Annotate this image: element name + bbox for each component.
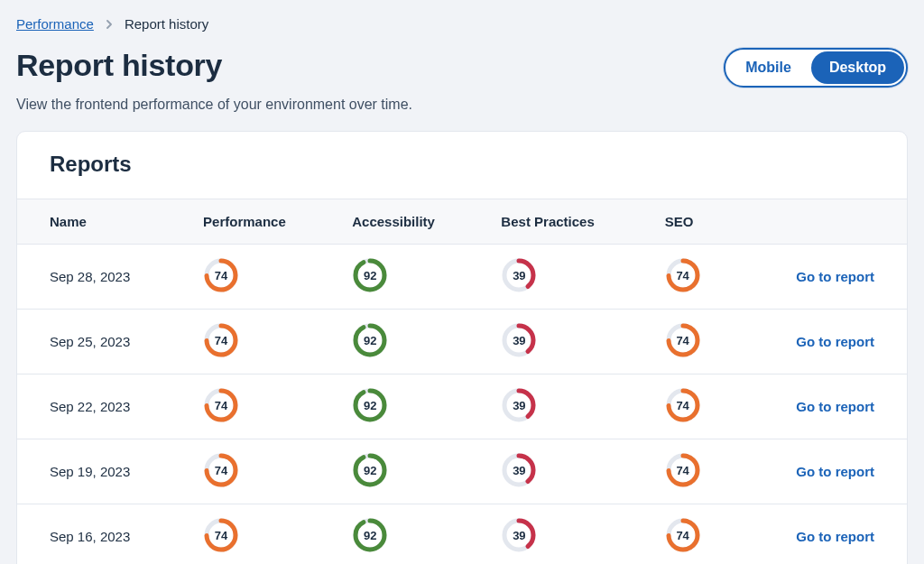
breadcrumb-current: Report history (125, 16, 208, 32)
cell-date: Sep 16, 2023 (17, 504, 190, 565)
breadcrumb: Performance Report history (16, 16, 908, 32)
page-subtitle: View the frontend performance of your en… (16, 97, 908, 113)
score-value: 74 (665, 387, 701, 423)
seo-score-donut: 74 (665, 452, 701, 488)
score-value: 39 (501, 387, 537, 423)
seo-score-donut: 74 (665, 517, 701, 553)
best-practices-score-donut: 39 (501, 517, 537, 553)
best-practices-score-donut: 39 (501, 387, 537, 423)
seo-score-donut: 74 (665, 387, 701, 423)
cell-performance: 74 (190, 504, 339, 565)
cell-accessibility: 92 (339, 439, 488, 504)
cell-best-practices: 39 (488, 439, 651, 504)
cell-performance: 74 (190, 310, 339, 374)
score-value: 39 (501, 322, 537, 358)
cell-action: Go to report (736, 310, 907, 374)
table-row: Sep 22, 2023 74 92 39 74 Go to re (17, 374, 907, 439)
col-performance: Performance (190, 199, 339, 245)
cell-best-practices: 39 (488, 310, 651, 374)
accessibility-score-donut: 92 (352, 452, 388, 488)
cell-seo: 74 (652, 374, 737, 439)
cell-seo: 74 (652, 245, 737, 310)
performance-score-donut: 74 (203, 322, 239, 358)
accessibility-score-donut: 92 (352, 387, 388, 423)
performance-score-donut: 74 (203, 517, 239, 553)
col-name: Name (17, 199, 190, 245)
score-value: 74 (665, 322, 701, 358)
col-best-practices: Best Practices (488, 199, 651, 245)
cell-performance: 74 (190, 439, 339, 504)
go-to-report-link[interactable]: Go to report (796, 464, 874, 479)
device-toggle: Mobile Desktop (724, 48, 908, 88)
score-value: 74 (665, 257, 701, 293)
table-row: Sep 28, 2023 74 92 39 74 Go to re (17, 245, 907, 310)
cell-best-practices: 39 (488, 504, 651, 565)
breadcrumb-root-link[interactable]: Performance (16, 16, 94, 32)
col-accessibility: Accessibility (339, 199, 488, 245)
best-practices-score-donut: 39 (501, 452, 537, 488)
chevron-right-icon (105, 20, 114, 29)
score-value: 92 (352, 517, 388, 553)
cell-accessibility: 92 (339, 374, 488, 439)
col-seo: SEO (652, 199, 737, 245)
score-value: 74 (665, 517, 701, 553)
score-value: 74 (203, 257, 239, 293)
best-practices-score-donut: 39 (501, 322, 537, 358)
cell-seo: 74 (652, 439, 737, 504)
table-row: Sep 25, 2023 74 92 39 74 Go to re (17, 310, 907, 374)
score-value: 92 (352, 322, 388, 358)
cell-accessibility: 92 (339, 310, 488, 374)
go-to-report-link[interactable]: Go to report (796, 269, 874, 284)
score-value: 39 (501, 257, 537, 293)
table-row: Sep 16, 2023 74 92 39 74 Go to re (17, 504, 907, 565)
score-value: 74 (203, 387, 239, 423)
cell-date: Sep 22, 2023 (17, 374, 190, 439)
cell-action: Go to report (736, 439, 907, 504)
accessibility-score-donut: 92 (352, 517, 388, 553)
go-to-report-link[interactable]: Go to report (796, 529, 874, 544)
score-value: 74 (203, 517, 239, 553)
cell-performance: 74 (190, 245, 339, 310)
page-title: Report history (16, 48, 222, 83)
best-practices-score-donut: 39 (501, 257, 537, 293)
score-value: 92 (352, 257, 388, 293)
score-value: 92 (352, 452, 388, 488)
cell-action: Go to report (736, 245, 907, 310)
go-to-report-link[interactable]: Go to report (796, 334, 874, 349)
table-row: Sep 19, 2023 74 92 39 74 Go to re (17, 439, 907, 504)
score-value: 39 (501, 517, 537, 553)
score-value: 74 (665, 452, 701, 488)
score-value: 92 (352, 387, 388, 423)
cell-action: Go to report (736, 504, 907, 565)
cell-performance: 74 (190, 374, 339, 439)
score-value: 74 (203, 322, 239, 358)
accessibility-score-donut: 92 (352, 322, 388, 358)
performance-score-donut: 74 (203, 387, 239, 423)
cell-accessibility: 92 (339, 245, 488, 310)
cell-accessibility: 92 (339, 504, 488, 565)
seo-score-donut: 74 (665, 257, 701, 293)
cell-date: Sep 25, 2023 (17, 310, 190, 374)
reports-table: Name Performance Accessibility Best Prac… (17, 199, 907, 564)
toggle-desktop[interactable]: Desktop (811, 51, 904, 84)
toggle-mobile[interactable]: Mobile (725, 50, 811, 86)
cell-best-practices: 39 (488, 374, 651, 439)
cell-date: Sep 28, 2023 (17, 245, 190, 310)
cell-seo: 74 (652, 310, 737, 374)
performance-score-donut: 74 (203, 257, 239, 293)
reports-card: Reports Name Performance Accessibility B… (16, 131, 908, 564)
reports-heading: Reports (50, 152, 874, 177)
cell-seo: 74 (652, 504, 737, 565)
seo-score-donut: 74 (665, 322, 701, 358)
cell-date: Sep 19, 2023 (17, 439, 190, 504)
performance-score-donut: 74 (203, 452, 239, 488)
accessibility-score-donut: 92 (352, 257, 388, 293)
score-value: 39 (501, 452, 537, 488)
go-to-report-link[interactable]: Go to report (796, 399, 874, 414)
cell-best-practices: 39 (488, 245, 651, 310)
col-action (736, 199, 907, 245)
cell-action: Go to report (736, 374, 907, 439)
score-value: 74 (203, 452, 239, 488)
